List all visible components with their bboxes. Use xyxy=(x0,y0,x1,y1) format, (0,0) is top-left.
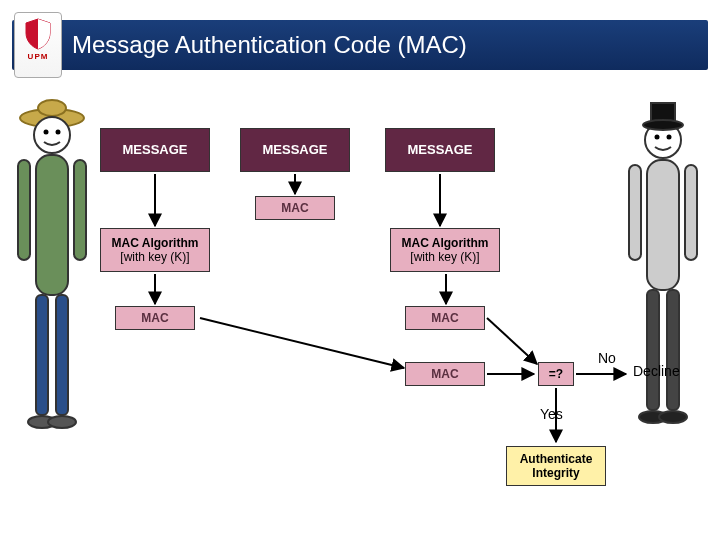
svg-point-16 xyxy=(643,120,683,130)
svg-point-12 xyxy=(645,122,681,158)
svg-point-2 xyxy=(34,117,70,153)
sender-figure xyxy=(18,100,86,428)
svg-point-4 xyxy=(56,130,61,135)
receiver-mac-algorithm-box: MAC Algorithm[with key (K)] xyxy=(390,228,500,272)
receiver-alg-line2: [with key (K)] xyxy=(410,250,479,264)
sender-message-box: MESSAGE xyxy=(100,128,210,172)
svg-point-20 xyxy=(639,411,667,423)
channel-message-box: MESSAGE xyxy=(240,128,350,172)
diagram-stage: MESSAGE MAC Algorithm[with key (K)] MAC … xyxy=(0,70,720,540)
title-bar: Message Authentication Code (MAC) xyxy=(12,20,708,70)
svg-rect-17 xyxy=(647,160,679,290)
svg-rect-22 xyxy=(629,165,641,260)
svg-point-1 xyxy=(38,100,66,116)
page-title: Message Authentication Code (MAC) xyxy=(72,31,467,59)
svg-point-13 xyxy=(655,135,660,140)
svg-rect-15 xyxy=(651,103,675,125)
svg-point-14 xyxy=(667,135,672,140)
shield-icon xyxy=(23,17,53,51)
authenticate-box: Authenticate Integrity xyxy=(506,446,606,486)
comparator-box: =? xyxy=(538,362,574,386)
logo-text: UPM xyxy=(28,52,49,61)
svg-rect-18 xyxy=(647,290,659,410)
no-label: No xyxy=(598,350,616,366)
yes-label: Yes xyxy=(540,406,563,422)
receiver-mac-received: MAC xyxy=(405,362,485,386)
sender-alg-line2: [with key (K)] xyxy=(120,250,189,264)
svg-rect-19 xyxy=(667,290,679,410)
svg-line-30 xyxy=(487,318,537,364)
svg-line-29 xyxy=(200,318,404,368)
svg-point-0 xyxy=(20,109,84,127)
sender-alg-line1: MAC Algorithm xyxy=(112,236,199,250)
receiver-message-box: MESSAGE xyxy=(385,128,495,172)
svg-rect-23 xyxy=(685,165,697,260)
svg-rect-10 xyxy=(18,160,30,260)
svg-rect-5 xyxy=(36,155,68,295)
institution-logo: UPM xyxy=(14,12,62,78)
svg-point-8 xyxy=(28,416,56,428)
sender-mac-output: MAC xyxy=(115,306,195,330)
svg-rect-11 xyxy=(74,160,86,260)
sender-mac-algorithm-box: MAC Algorithm[with key (K)] xyxy=(100,228,210,272)
receiver-alg-line1: MAC Algorithm xyxy=(402,236,489,250)
svg-point-21 xyxy=(659,411,687,423)
svg-rect-7 xyxy=(56,295,68,415)
svg-point-3 xyxy=(44,130,49,135)
svg-point-9 xyxy=(48,416,76,428)
decline-label: Decline xyxy=(633,363,680,379)
receiver-mac-output: MAC xyxy=(405,306,485,330)
svg-rect-6 xyxy=(36,295,48,415)
channel-mac-box: MAC xyxy=(255,196,335,220)
